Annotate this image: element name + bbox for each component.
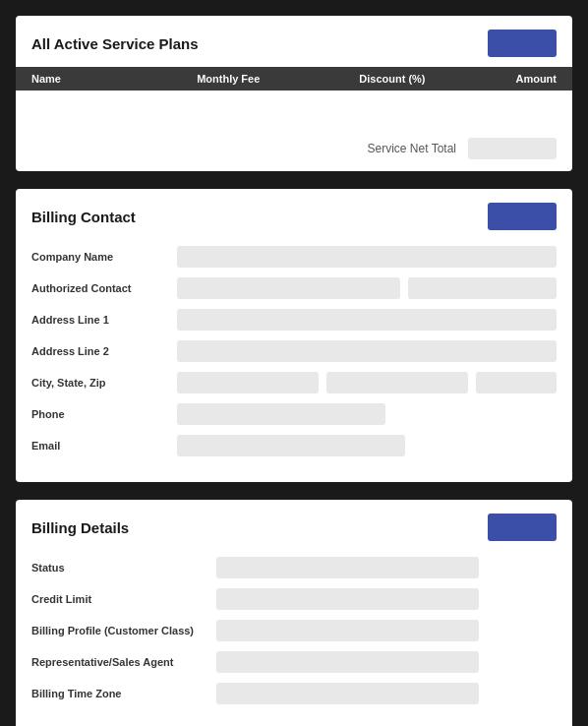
service-plans-button[interactable]: [488, 30, 557, 57]
label-company-name: Company Name: [31, 251, 169, 263]
billing-contact-card: Billing Contact Company Name Authorized …: [16, 189, 572, 482]
form-row-phone: Phone: [31, 403, 557, 425]
col-amount: Amount: [426, 73, 558, 85]
form-row-city-state-zip: City, State, Zip: [31, 372, 557, 393]
detail-row-timezone: Billing Time Zone: [31, 683, 557, 704]
input-phone: [177, 403, 557, 425]
label-status: Status: [31, 562, 208, 574]
form-row-company-name: Company Name: [31, 246, 557, 268]
detail-row-credit-limit: Credit Limit: [31, 588, 557, 610]
col-name: Name: [31, 73, 163, 85]
detail-row-billing-profile: Billing Profile (Customer Class): [31, 620, 557, 641]
service-plans-card: All Active Service Plans Name Monthly Fe…: [16, 16, 572, 171]
form-row-authorized-contact: Authorized Contact: [31, 277, 557, 299]
service-plans-table-header: Name Monthly Fee Discount (%) Amount: [16, 67, 572, 91]
label-credit-limit: Credit Limit: [31, 593, 208, 605]
phone-field[interactable]: [177, 403, 385, 425]
label-billing-profile: Billing Profile (Customer Class): [31, 625, 208, 636]
billing-contact-header: Billing Contact: [16, 189, 572, 240]
billing-contact-title: Billing Contact: [31, 209, 136, 225]
label-timezone: Billing Time Zone: [31, 688, 208, 699]
rep-sales-field[interactable]: [216, 651, 479, 673]
address1-field[interactable]: [177, 309, 557, 331]
billing-details-header: Billing Details: [16, 500, 572, 551]
label-authorized-contact: Authorized Contact: [31, 282, 169, 294]
billing-details-title: Billing Details: [31, 519, 129, 536]
label-address1: Address Line 1: [31, 314, 169, 326]
service-net-total-row: Service Net Total: [16, 130, 572, 171]
timezone-field[interactable]: [216, 683, 479, 704]
company-name-field[interactable]: [177, 246, 557, 268]
zip-field[interactable]: [476, 372, 557, 393]
detail-row-rep-sales: Representative/Sales Agent: [31, 651, 557, 673]
input-company-name: [177, 246, 557, 268]
col-discount: Discount (%): [294, 73, 426, 85]
input-email: [177, 435, 557, 456]
service-plans-title: All Active Service Plans: [31, 35, 199, 52]
billing-details-card: Billing Details Status Credit Limit Bill…: [16, 500, 572, 726]
input-authorized-contact: [177, 277, 557, 299]
service-plans-table-body: [16, 91, 572, 130]
label-city-state-zip: City, State, Zip: [31, 377, 169, 389]
billing-profile-field[interactable]: [216, 620, 479, 641]
form-row-address2: Address Line 2: [31, 340, 557, 362]
authorized-contact-last[interactable]: [408, 277, 557, 299]
input-city-state-zip: [177, 372, 557, 393]
form-row-address1: Address Line 1: [31, 309, 557, 331]
detail-row-status: Status: [31, 557, 557, 578]
address2-field[interactable]: [177, 340, 557, 362]
status-field[interactable]: [216, 557, 479, 578]
label-email: Email: [31, 440, 169, 452]
label-phone: Phone: [31, 408, 169, 420]
form-row-email: Email: [31, 435, 557, 456]
service-net-total-value: [468, 138, 557, 159]
state-field[interactable]: [326, 372, 468, 393]
col-monthly-fee: Monthly Fee: [163, 73, 295, 85]
billing-contact-form: Company Name Authorized Contact Address …: [16, 240, 572, 482]
billing-details-form: Status Credit Limit Billing Profile (Cus…: [16, 551, 572, 726]
input-address1: [177, 309, 557, 331]
label-rep-sales: Representative/Sales Agent: [31, 656, 208, 668]
service-net-total-label: Service Net Total: [368, 142, 457, 155]
billing-details-button[interactable]: [488, 514, 557, 541]
label-address2: Address Line 2: [31, 345, 169, 357]
input-address2: [177, 340, 557, 362]
billing-contact-button[interactable]: [488, 203, 557, 230]
credit-limit-field[interactable]: [216, 588, 479, 610]
service-plans-header: All Active Service Plans: [16, 16, 572, 67]
email-field[interactable]: [177, 435, 405, 456]
city-field[interactable]: [177, 372, 319, 393]
authorized-contact-first[interactable]: [177, 277, 400, 299]
